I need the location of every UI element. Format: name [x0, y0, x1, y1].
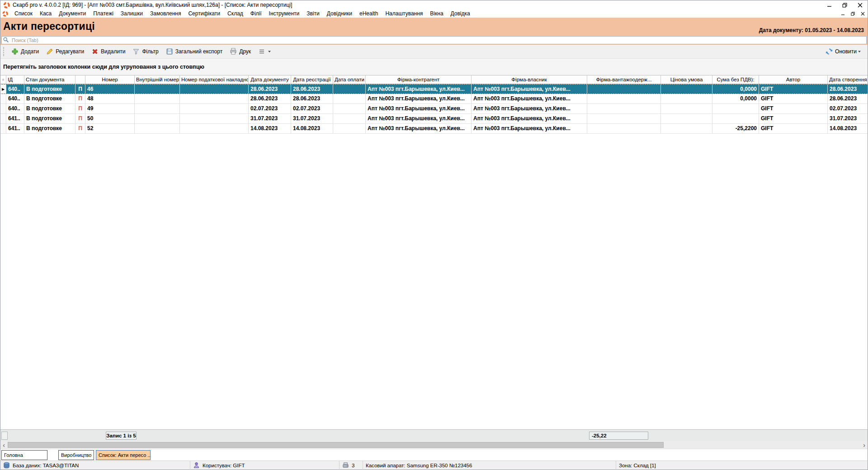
cell: П: [75, 114, 85, 123]
menu-item-3[interactable]: Документи: [55, 10, 90, 17]
cell: [333, 114, 366, 123]
cell: 640..: [6, 104, 24, 113]
column-header-14[interactable]: Сума без ПДВ):: [712, 75, 759, 84]
column-header-3[interactable]: [75, 75, 85, 84]
mdi-restore-button[interactable]: [848, 10, 858, 17]
table-row[interactable]: 641..В подготовкеП5214.08.202314.08.2023…: [0, 124, 868, 134]
menu-item-7[interactable]: Сертифікати: [184, 10, 224, 17]
minimize-button[interactable]: [821, 1, 837, 9]
column-header-8[interactable]: Дата реєстрації: [291, 75, 333, 84]
cell: П: [75, 85, 85, 94]
close-button[interactable]: [852, 1, 868, 9]
status-item-text: База даних: TASA3@TITAN: [13, 463, 79, 468]
horizontal-scrollbar[interactable]: [0, 441, 868, 449]
menu-item-1[interactable]: Список: [11, 10, 36, 17]
database-icon: [3, 462, 10, 469]
search-input[interactable]: [1, 36, 867, 44]
column-header-12[interactable]: Фірма-вантажоодерж...: [587, 75, 661, 84]
column-header-10[interactable]: Фірма-контрагент: [366, 75, 472, 84]
app-icon: [3, 2, 10, 9]
table-row[interactable]: 641..В подготовкеП5031.07.202331.07.2023…: [0, 114, 868, 124]
add-button[interactable]: Додати: [8, 46, 42, 57]
menu-item-6[interactable]: Замовлення: [146, 10, 184, 17]
filter-button[interactable]: Фільтр: [129, 46, 162, 57]
delete-button[interactable]: Видалити: [88, 46, 129, 57]
menu-item-2[interactable]: Каса: [36, 10, 55, 17]
column-header-15[interactable]: Автор: [759, 75, 828, 84]
scroll-left-icon[interactable]: [0, 441, 7, 449]
app-window: Скарб pro v. 4.0.0.2 [ІД: 969] - [Апт №0…: [0, 0, 868, 470]
cell: В подготовке: [24, 94, 75, 103]
menu-item-5[interactable]: Залишки: [117, 10, 146, 17]
scroll-right-icon[interactable]: [861, 441, 868, 449]
edit-icon: [46, 48, 53, 55]
column-header-7[interactable]: Дата документу: [249, 75, 291, 84]
menu-item-14[interactable]: Налаштування: [382, 10, 426, 17]
document-date-range: Дата документу: 01.05.2023 - 14.08.2023: [759, 27, 864, 33]
cell: -25,2200: [712, 124, 759, 133]
menu-item-9[interactable]: Філії: [247, 10, 265, 17]
caret-down-icon: [858, 50, 861, 53]
column-header-16[interactable]: Дата створення: [828, 75, 868, 84]
menu-item-4[interactable]: Платежі: [90, 10, 117, 17]
table-row[interactable]: ▶640..В подготовкеП4628.06.202328.06.202…: [0, 84, 868, 94]
scrollbar-thumb[interactable]: [8, 442, 664, 448]
document-tab-3[interactable]: Список: Акти пересо ...: [96, 450, 151, 460]
summary-row: Запис 1 із 5 -25,22: [0, 429, 868, 441]
cell: Апт №003 пгт.Барышевка, ул.Киев...: [366, 94, 472, 103]
mdi-close-button[interactable]: [858, 10, 868, 17]
status-item-3: 3: [340, 461, 363, 470]
cell: 28.06.2023: [249, 85, 291, 94]
menu-item-11[interactable]: Звіти: [303, 10, 323, 17]
export-button[interactable]: Загальний експорт: [162, 46, 226, 57]
cash-machine-icon: [342, 462, 349, 469]
cell: 28.06.2023: [249, 94, 291, 103]
refresh-icon: [826, 48, 833, 55]
column-header-6[interactable]: Номер податкової накладної: [180, 75, 249, 84]
cell: [661, 94, 712, 103]
cell: 31.07.2023: [828, 114, 868, 123]
cell: [333, 104, 366, 113]
mdi-minimize-button[interactable]: [838, 10, 848, 17]
menu-item-13[interactable]: eHealth: [356, 10, 382, 17]
restore-button[interactable]: [837, 1, 852, 9]
menu-item-12[interactable]: Довідники: [323, 10, 356, 17]
menu-item-10[interactable]: Інструменти: [265, 10, 303, 17]
refresh-button[interactable]: Оновити: [822, 46, 865, 57]
cell: 02.07.2023: [828, 104, 868, 113]
edit-button[interactable]: Редагувати: [42, 46, 88, 57]
table-row[interactable]: 640..В подготовкеП4902.07.202302.07.2023…: [0, 104, 868, 114]
row-indicator-icon: ▶: [0, 85, 6, 94]
column-header-1[interactable]: ІД: [6, 75, 24, 84]
cell: [587, 104, 661, 113]
column-header-9[interactable]: Дата оплати: [333, 75, 366, 84]
menu-item-15[interactable]: Вікна: [426, 10, 447, 17]
column-chooser-icon[interactable]: [0, 75, 6, 84]
cell: [333, 124, 366, 133]
document-tab-1[interactable]: Головна: [1, 450, 47, 460]
menubar: СписокКасаДокументиПлатежіЗалишкиЗамовле…: [0, 9, 868, 18]
cell: Апт №003 пгт.Барышевка, ул.Киев...: [366, 104, 472, 113]
toolbar-button-label: Видалити: [101, 48, 125, 55]
cell: 640..: [6, 85, 24, 94]
column-header-2[interactable]: Стан документа: [24, 75, 75, 84]
table-row[interactable]: 640..В подготовкеП4828.06.202328.06.2023…: [0, 94, 868, 104]
cell: 0,0000: [712, 94, 759, 103]
column-header-4[interactable]: Номер: [85, 75, 135, 84]
column-header-11[interactable]: Фірма-власник: [472, 75, 587, 84]
column-header-5[interactable]: Внутрішній номер: [135, 75, 180, 84]
cell: 50: [85, 114, 135, 123]
column-header-13[interactable]: Цінова умова: [661, 75, 712, 84]
row-indicator: [0, 104, 6, 113]
cell: Апт №003 пгт.Барышевка, ул.Киев...: [472, 114, 587, 123]
view-options-button[interactable]: [255, 46, 275, 57]
cell: 641..: [6, 124, 24, 133]
menu-item-8[interactable]: Склад: [224, 10, 247, 17]
document-tab-2[interactable]: Виробництво: [58, 450, 94, 460]
menu-item-16[interactable]: Довідка: [447, 10, 474, 17]
page-title: Акти пересортиці: [0, 18, 868, 33]
print-button[interactable]: Друк: [226, 46, 255, 57]
cell: [333, 94, 366, 103]
cell: 14.08.2023: [291, 124, 333, 133]
cell: GIFT: [759, 85, 828, 94]
